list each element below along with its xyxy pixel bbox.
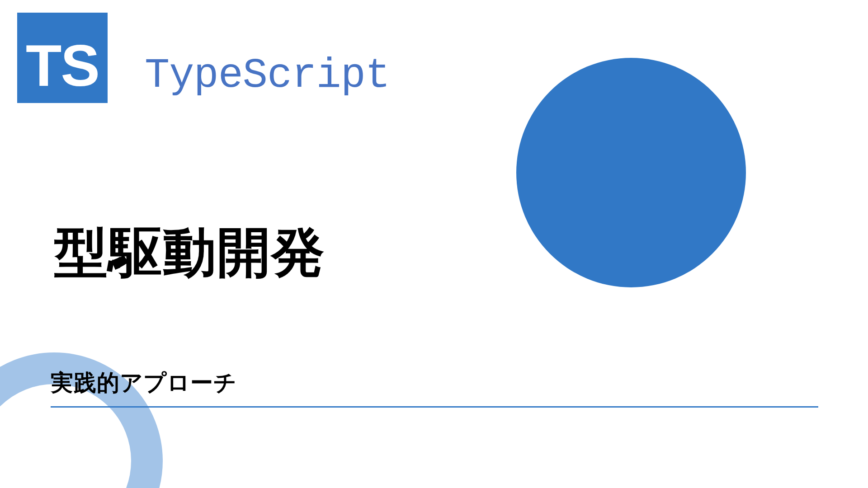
typescript-logo: TS (17, 13, 108, 103)
main-heading: 型駆動開発 (54, 217, 326, 289)
logo-text: TS (26, 36, 99, 95)
brand-title: TypeScript (145, 52, 390, 99)
decorative-circle (516, 58, 746, 287)
subtitle-text: 実践的アプローチ (51, 368, 818, 406)
subtitle-section: 実践的アプローチ (51, 368, 818, 408)
subtitle-underline (51, 406, 818, 408)
